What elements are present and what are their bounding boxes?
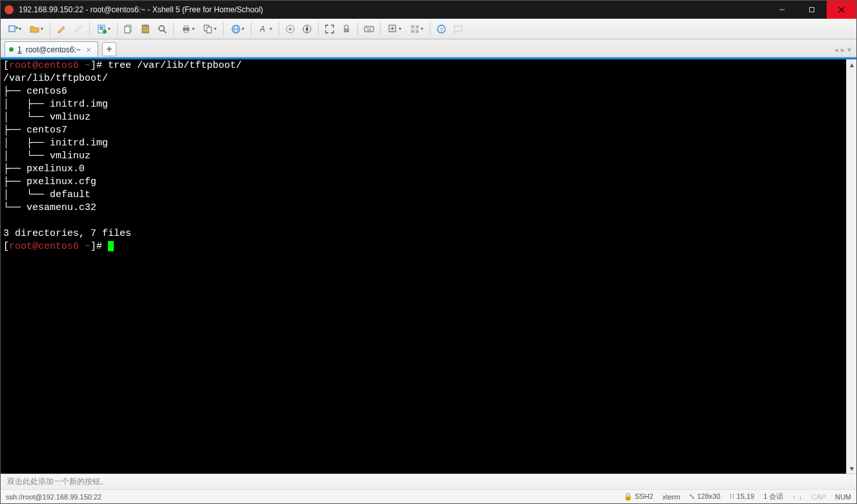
status-cap: CAP (811, 493, 826, 501)
new-tab-button[interactable] (102, 42, 116, 56)
help-button[interactable]: ? (434, 22, 449, 36)
tab-number: 1 (17, 45, 22, 54)
quick-command-bar[interactable]: 双击此处添加一个新的按钮。 (1, 474, 856, 489)
svg-rect-33 (367, 28, 368, 28)
svg-line-16 (164, 30, 166, 33)
toolbar-separator (50, 22, 50, 36)
svg-rect-37 (367, 30, 371, 30)
output-line: └── vesamenu.c32 (3, 202, 96, 213)
status-num: NUM (835, 493, 851, 501)
tab-label: root@centos6:~ (26, 45, 81, 54)
scroll-down-button[interactable]: ▾ (847, 463, 856, 474)
minimize-button[interactable] (767, 1, 797, 19)
status-term-type: xterm (662, 493, 681, 501)
tab-next-button[interactable]: ▸ (841, 45, 845, 54)
prompt-user: root@centos6 (9, 60, 79, 71)
output-line: │ └── vmlinuz (3, 151, 90, 162)
prompt-tilde: ~ (79, 60, 90, 71)
print-button[interactable]: ▾ (178, 22, 197, 36)
svg-rect-1 (810, 8, 814, 12)
new-session-button[interactable]: ▾ (5, 22, 24, 36)
svg-rect-12 (125, 26, 130, 33)
paste-button[interactable] (138, 22, 153, 36)
download-icon: ↓ (799, 493, 803, 501)
svg-rect-34 (368, 28, 369, 28)
navigate-button[interactable] (300, 22, 314, 36)
close-button[interactable] (827, 1, 856, 19)
status-cursor-pos: ⁝⁝ 15,19 (730, 492, 755, 501)
copy-selection-button[interactable]: ▾ (200, 22, 219, 36)
output-line: ├── centos7 (3, 125, 67, 136)
status-size: ⤡ 128x30 (689, 492, 720, 501)
terminal-output[interactable]: [root@centos6 ~]# tree /var/lib/tftpboot… (1, 59, 846, 474)
toolbar-separator (117, 22, 118, 36)
keyboard-button[interactable] (362, 22, 376, 36)
toolbar-separator (430, 22, 430, 36)
tab-menu-button[interactable]: ▾ (847, 45, 851, 54)
toolbar: ▾ ▾ ▾ ▾ ▾ ▾ A▾ (1, 19, 856, 39)
upload-icon: ↑ (792, 493, 796, 501)
output-line: │ ├── initrd.img (3, 138, 108, 149)
font-button[interactable]: A▾ (255, 22, 275, 36)
tab-close-button[interactable] (85, 46, 92, 54)
toolbar-separator (318, 22, 319, 36)
status-bar: ssh://root@192.168.99.150:22 🔒 SSH2 xter… (1, 489, 856, 503)
feedback-button[interactable] (451, 22, 465, 36)
tab-prev-button[interactable]: ◂ (834, 45, 838, 54)
copy-button[interactable] (122, 22, 136, 36)
output-line: │ └── default (3, 189, 90, 200)
lock-button[interactable] (339, 22, 354, 36)
terminal[interactable]: [root@centos6 ~]# tree /var/lib/tftpboot… (1, 59, 856, 474)
svg-rect-41 (411, 25, 414, 28)
output-line: 3 directories, 7 files (3, 228, 131, 239)
svg-rect-19 (184, 30, 188, 32)
toolbar-separator (251, 22, 251, 36)
prompt-bracket: [ (3, 60, 9, 71)
svg-point-27 (289, 28, 291, 30)
command: tree /var/lib/tftpboot/ (108, 60, 242, 71)
status-ssh: 🔒 SSH2 (624, 492, 653, 501)
layout-button[interactable]: ▾ (407, 22, 426, 36)
tabbar: 1 root@centos6:~ ◂ ▸ ▾ (1, 39, 856, 58)
xagent-button[interactable] (283, 22, 297, 36)
find-button[interactable] (155, 22, 169, 36)
svg-rect-43 (411, 30, 414, 33)
app-icon (5, 5, 14, 14)
maximize-button[interactable] (797, 1, 827, 19)
svg-rect-32 (366, 28, 366, 28)
lock-icon: 🔒 (624, 492, 635, 500)
prompt-user: root@centos6 (9, 241, 79, 252)
properties-button[interactable]: ▾ (94, 22, 113, 36)
scroll-up-button[interactable]: ▴ (847, 59, 856, 70)
svg-rect-29 (344, 28, 349, 32)
svg-rect-8 (100, 26, 103, 28)
titlebar: 192.168.99.150:22 - root@centos6:~ - Xsh… (1, 1, 856, 19)
cursor (108, 241, 114, 251)
session-tab[interactable]: 1 root@centos6:~ (5, 41, 98, 57)
svg-rect-30 (365, 26, 374, 32)
status-pos-label: 15,19 (737, 492, 755, 500)
toolbar-separator (357, 22, 358, 36)
connection-status-icon (9, 47, 14, 52)
toolbar-separator (380, 22, 381, 36)
web-button[interactable]: ▾ (227, 22, 247, 36)
svg-rect-9 (100, 28, 103, 30)
output-line: │ ├── initrd.img (3, 99, 108, 110)
status-sessions: 1 会话 (763, 492, 783, 501)
svg-rect-14 (143, 25, 147, 26)
svg-text:?: ? (440, 26, 443, 33)
quick-command-hint: 双击此处添加一个新的按钮。 (7, 476, 108, 487)
window-title: 192.168.99.150:22 - root@centos6:~ - Xsh… (19, 5, 767, 14)
output-line: │ └── vmlinuz (3, 112, 90, 123)
scrollbar[interactable]: ▴ ▾ (846, 59, 856, 474)
status-size-label: 128x30 (697, 492, 720, 500)
color-picker-button[interactable] (71, 22, 85, 36)
svg-rect-4 (9, 26, 15, 32)
svg-point-10 (103, 30, 107, 34)
add-tile-button[interactable]: ▾ (385, 22, 404, 36)
fullscreen-button[interactable] (323, 22, 337, 36)
highlight-button[interactable] (54, 22, 69, 36)
toolbar-separator (279, 22, 279, 36)
scroll-track[interactable] (847, 70, 856, 463)
open-button[interactable]: ▾ (26, 22, 46, 36)
